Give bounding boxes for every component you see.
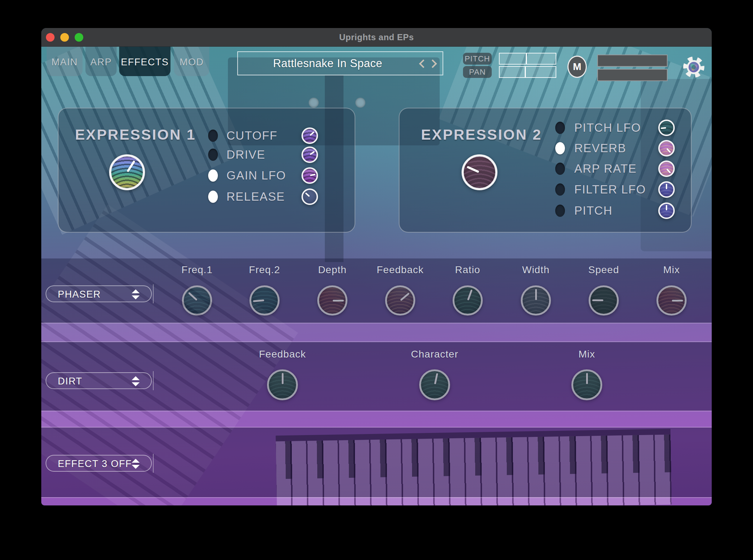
effect2-selector[interactable]: DIRT [46,372,152,389]
pitch-lfo-knob[interactable] [658,120,675,136]
label-phaser-width: Width [496,264,575,276]
expression-2-panel: EXPRESSION 2 PITCH LFOREVERBARP RATEFILT… [399,108,692,233]
pan-label: PAN [463,66,492,78]
tab-main[interactable]: MAIN [47,47,83,76]
label-release: RELEASE [226,188,341,205]
knob-pointer [459,151,500,193]
preset-next-chevron-icon[interactable] [428,59,437,68]
effect2-selector-label: DIRT [58,373,83,390]
label-gain-lfo: GAIN LFO [226,167,341,184]
preset-display[interactable]: Rattlesnake In Space [237,51,443,75]
effect1-selector-label: PHASER [58,286,101,303]
cutoff-knob[interactable] [301,127,318,144]
effect1-selector[interactable]: PHASER [46,285,152,302]
label-phaser-mix: Mix [632,264,711,276]
reverb-knob[interactable] [658,140,675,157]
label-drive: DRIVE [226,146,341,163]
knob-pointer [659,120,674,135]
selector-divider-line [153,284,154,303]
label-phaser-depth: Depth [293,264,372,276]
effect3-selector[interactable]: EFFECT 3 OFF [46,455,152,472]
radio-drive[interactable] [208,149,218,161]
radio-cutoff[interactable] [208,130,218,142]
tab-mod[interactable]: MOD [174,47,209,76]
gain-lfo-knob[interactable] [301,167,318,184]
selector-divider-line [153,454,154,473]
pitch-label: PITCH [463,53,492,65]
window-title: Uprights and EPs [41,28,712,46]
expression-1-title: EXPRESSION 1 [75,126,196,143]
label-dirt-character: Character [395,349,474,360]
pitch-slider[interactable] [499,53,556,65]
radio-arp-rate[interactable] [555,163,565,175]
filter-lfo-knob[interactable] [658,181,675,198]
plugin-window: Uprights and EPs MAINARPEFFECTSMOD Rattl… [41,28,712,505]
radio-filter-lfo[interactable] [555,183,565,196]
mute-button[interactable]: M [567,56,587,78]
tab-effects[interactable]: EFFECTS [119,47,170,76]
expression-1-main-knob[interactable] [109,154,145,190]
output-meter-left [597,55,668,67]
radio-reverb[interactable] [555,142,565,154]
preset-name: Rattlesnake In Space [238,52,417,75]
tab-arp[interactable]: ARP [85,47,117,76]
titlebar: Uprights and EPs [41,28,712,47]
label-dirt-mix: Mix [547,349,626,360]
radio-release[interactable] [208,191,218,203]
pitch-knob[interactable] [658,202,675,219]
knob-pointer [301,167,318,183]
up-down-triangles-icon[interactable] [132,289,140,299]
radio-pitch[interactable] [555,205,565,217]
knob-pointer [660,183,673,196]
divider-strip [41,411,712,428]
expression-1-panel: EXPRESSION 1 CUTOFFDRIVEGAIN LFORELEASE [58,108,355,233]
pan-slider[interactable] [499,66,556,78]
release-knob[interactable] [301,188,318,205]
arp-rate-knob[interactable] [658,160,675,177]
up-down-triangles-icon[interactable] [132,376,140,386]
pan-slider-handle[interactable] [525,67,526,77]
expression-2-title: EXPRESSION 2 [421,126,542,143]
selector-divider-line [153,371,154,390]
label-phaser-freq-1: Freq.1 [158,264,237,276]
drive-knob[interactable] [301,146,318,163]
effect3-selector-label: EFFECT 3 OFF [58,456,132,472]
label-phaser-ratio: Ratio [428,264,507,276]
expression-2-main-knob[interactable] [462,154,497,190]
knob-pointer [105,150,149,194]
label-cutoff: CUTOFF [226,127,341,144]
radio-gain-lfo[interactable] [208,169,218,182]
pitch-slider-handle[interactable] [526,53,527,64]
plugin-content: MAINARPEFFECTSMOD Rattlesnake In Space P… [41,47,712,505]
label-phaser-speed: Speed [564,264,643,276]
radio-pitch-lfo[interactable] [555,122,565,134]
up-down-triangles-icon[interactable] [132,459,140,469]
knob-pointer [660,204,673,218]
divider-strip [41,497,712,505]
label-phaser-feedback: Feedback [361,264,440,276]
settings-gear-icon[interactable] [682,55,706,79]
output-meter-right [597,69,668,81]
label-phaser-freq-2: Freq.2 [225,264,304,276]
preset-prev-chevron-icon[interactable] [419,59,427,68]
label-dirt-feedback: Feedback [243,349,322,360]
divider-strip [41,323,712,342]
